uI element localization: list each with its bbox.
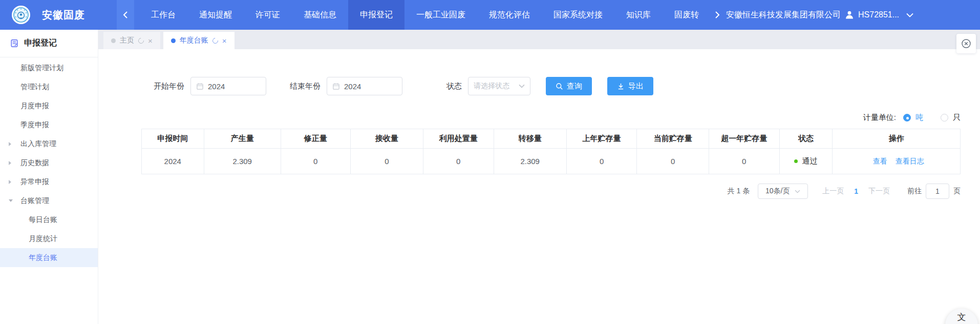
tab-label: 年度台账 bbox=[180, 36, 208, 45]
user-id[interactable]: HS72851... bbox=[858, 10, 899, 19]
nav-item-3[interactable]: 基础信息 bbox=[292, 0, 348, 30]
sidebar-item-label: 出入库管理 bbox=[20, 139, 56, 149]
goto-label: 前往 bbox=[907, 187, 922, 196]
tab-dot-icon bbox=[171, 38, 176, 43]
nav-overflow-icon[interactable] bbox=[711, 0, 724, 30]
main-area: 主页×年度台账× 开始年份 2024 结束年份 2024 bbox=[98, 30, 980, 324]
cell-3: 0 bbox=[350, 149, 423, 174]
page-size-select[interactable]: 10条/页 bbox=[758, 184, 808, 199]
tab-label: 主页 bbox=[120, 36, 134, 45]
start-year-label: 开始年份 bbox=[154, 82, 184, 91]
company-name: 安徽恒生科技发展集团有限公司 bbox=[726, 10, 841, 21]
sidebar-item-label: 每日台账 bbox=[29, 215, 57, 225]
sidebar-item-8[interactable]: 每日台账 bbox=[0, 210, 98, 229]
search-button-label: 查询 bbox=[567, 82, 582, 91]
tab-list: 主页×年度台账× bbox=[98, 32, 238, 49]
end-year-label: 结束年份 bbox=[290, 82, 321, 91]
tab-refresh-icon[interactable] bbox=[211, 36, 219, 44]
unit-radio-ton[interactable]: 吨 bbox=[903, 113, 923, 123]
sidebar-item-label: 台账管理 bbox=[20, 196, 49, 206]
sidebar-item-label: 历史数据 bbox=[20, 158, 49, 168]
next-page-button[interactable]: 下一页 bbox=[868, 187, 890, 196]
chevron-down-icon bbox=[519, 84, 525, 88]
col-header-10: 操作 bbox=[833, 129, 961, 149]
download-icon bbox=[617, 83, 625, 90]
cell-8: 0 bbox=[709, 149, 780, 174]
nav-item-5[interactable]: 一般工业固废 bbox=[404, 0, 477, 30]
user-icon bbox=[845, 10, 854, 19]
nav-item-0[interactable]: 工作台 bbox=[139, 0, 187, 30]
caret-right-icon bbox=[9, 142, 11, 146]
pagination-total: 共 1 条 bbox=[728, 187, 750, 196]
sidebar-collapse-button[interactable] bbox=[117, 0, 134, 30]
chevron-down-icon bbox=[795, 190, 800, 193]
tab-1[interactable]: 年度台账× bbox=[163, 32, 235, 49]
user-zone: 安徽恒生科技发展集团有限公司 HS72851... bbox=[726, 10, 913, 21]
table-row: 20242.3090002.309000通过查看查看日志 bbox=[142, 149, 961, 174]
goto-page-input[interactable] bbox=[926, 184, 949, 199]
sidebar-item-2[interactable]: 月度申报 bbox=[0, 96, 98, 115]
col-header-7: 当前贮存量 bbox=[637, 129, 709, 149]
sidebar-item-10[interactable]: 年度台账 bbox=[0, 248, 98, 267]
prev-page-button[interactable]: 上一页 bbox=[822, 187, 844, 196]
status-dot-icon bbox=[794, 159, 798, 163]
sidebar-item-9[interactable]: 月度统计 bbox=[0, 229, 98, 248]
top-nav: 工作台通知提醒许可证基础信息申报登记一般工业固废规范化评估国家系统对接知识库固废… bbox=[139, 0, 711, 30]
cell-5: 2.309 bbox=[494, 149, 566, 174]
status-badge: 通过 bbox=[780, 156, 833, 166]
tab-close-icon[interactable]: × bbox=[222, 37, 227, 45]
cell-4: 0 bbox=[423, 149, 494, 174]
unit-piece-label: 只 bbox=[953, 113, 961, 123]
nav-item-4[interactable]: 申报登记 bbox=[348, 0, 404, 30]
pagination-goto: 前往 页 bbox=[907, 184, 961, 199]
sidebar: 申报登记 新版管理计划管理计划月度申报季度申报出入库管理历史数据异常申报台账管理… bbox=[0, 30, 98, 324]
sidebar-item-6[interactable]: 异常申报 bbox=[0, 172, 98, 191]
nav-item-7[interactable]: 国家系统对接 bbox=[542, 0, 614, 30]
unit-radio-piece[interactable]: 只 bbox=[941, 113, 961, 123]
radio-unselected-icon bbox=[941, 114, 948, 121]
sidebar-item-4[interactable]: 出入库管理 bbox=[0, 134, 98, 153]
sidebar-item-5[interactable]: 历史数据 bbox=[0, 153, 98, 172]
caret-down-icon bbox=[9, 199, 13, 202]
sidebar-item-0[interactable]: 新版管理计划 bbox=[0, 58, 98, 77]
action-link-1[interactable]: 查看日志 bbox=[896, 157, 924, 165]
calendar-icon bbox=[332, 83, 340, 90]
end-year-input[interactable]: 2024 bbox=[327, 77, 402, 95]
nav-item-1[interactable]: 通知提醒 bbox=[187, 0, 244, 30]
page-size-value: 10条/页 bbox=[765, 187, 790, 196]
nav-item-9[interactable]: 固废转 bbox=[663, 0, 711, 30]
action-link-0[interactable]: 查看 bbox=[873, 157, 887, 165]
search-button[interactable]: 查询 bbox=[546, 77, 592, 95]
table-header-row: 申报时间产生量修正量接收量利用处置量转移量上年贮存量当前贮存量超一年贮存量状态操… bbox=[142, 129, 961, 149]
start-year-value: 2024 bbox=[208, 82, 225, 91]
sidebar-item-label: 新版管理计划 bbox=[20, 64, 63, 73]
current-page-button[interactable]: 1 bbox=[854, 187, 858, 195]
start-year-input[interactable]: 2024 bbox=[190, 77, 266, 95]
calendar-icon bbox=[196, 83, 204, 90]
goto-unit-label: 页 bbox=[953, 187, 961, 196]
col-header-4: 利用处置量 bbox=[423, 129, 494, 149]
col-header-6: 上年贮存量 bbox=[566, 129, 637, 149]
cell-6: 0 bbox=[566, 149, 637, 174]
user-menu-chevron-down-icon[interactable] bbox=[906, 13, 913, 17]
cell-operations: 查看查看日志 bbox=[833, 149, 961, 174]
status-select[interactable]: 请选择状态 bbox=[468, 77, 530, 95]
sidebar-item-7[interactable]: 台账管理 bbox=[0, 191, 98, 210]
close-all-tabs-button[interactable] bbox=[956, 34, 976, 53]
sidebar-item-3[interactable]: 季度申报 bbox=[0, 115, 98, 134]
sidebar-item-label: 月度申报 bbox=[20, 102, 49, 111]
export-button[interactable]: 导出 bbox=[607, 77, 653, 95]
col-header-9: 状态 bbox=[779, 129, 833, 149]
col-header-8: 超一年贮存量 bbox=[709, 129, 780, 149]
tab-0[interactable]: 主页× bbox=[103, 32, 160, 49]
tab-refresh-icon[interactable] bbox=[137, 36, 145, 44]
cell-2: 0 bbox=[281, 149, 350, 174]
status-label: 状态 bbox=[446, 82, 462, 91]
search-icon bbox=[556, 83, 563, 90]
sidebar-item-1[interactable]: 管理计划 bbox=[0, 77, 98, 96]
nav-item-8[interactable]: 知识库 bbox=[614, 0, 663, 30]
nav-item-2[interactable]: 许可证 bbox=[244, 0, 292, 30]
nav-item-6[interactable]: 规范化评估 bbox=[477, 0, 542, 30]
col-header-0: 申报时间 bbox=[142, 129, 204, 149]
tab-close-icon[interactable]: × bbox=[148, 37, 153, 45]
